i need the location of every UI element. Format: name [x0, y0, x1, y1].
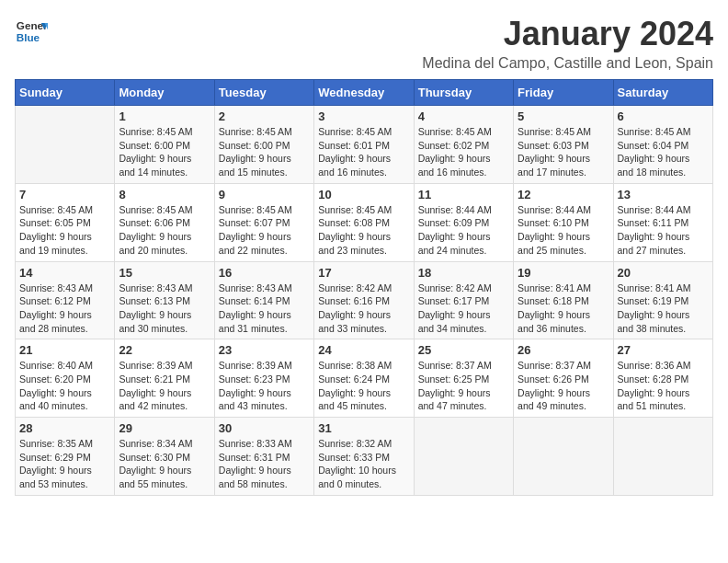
day-info: Sunrise: 8:42 AMSunset: 6:16 PMDaylight:… — [318, 282, 409, 336]
day-number: 28 — [19, 421, 110, 435]
calendar-cell: 20Sunrise: 8:41 AMSunset: 6:19 PMDayligh… — [613, 261, 712, 339]
calendar-cell: 28Sunrise: 8:35 AMSunset: 6:29 PMDayligh… — [16, 418, 115, 496]
day-info: Sunrise: 8:36 AMSunset: 6:28 PMDaylight:… — [618, 359, 709, 413]
calendar-cell: 31Sunrise: 8:32 AMSunset: 6:33 PMDayligh… — [314, 418, 414, 496]
day-info: Sunrise: 8:45 AMSunset: 6:05 PMDaylight:… — [19, 203, 110, 258]
day-info: Sunrise: 8:45 AMSunset: 6:00 PMDaylight:… — [219, 125, 310, 179]
day-info: Sunrise: 8:37 AMSunset: 6:25 PMDaylight:… — [418, 359, 509, 413]
day-info: Sunrise: 8:45 AMSunset: 6:07 PMDaylight:… — [219, 203, 310, 258]
day-number: 26 — [518, 343, 609, 357]
calendar-cell — [514, 418, 613, 496]
calendar-cell: 6Sunrise: 8:45 AMSunset: 6:04 PMDaylight… — [613, 106, 712, 184]
day-info: Sunrise: 8:43 AMSunset: 6:13 PMDaylight:… — [119, 282, 210, 336]
day-info: Sunrise: 8:45 AMSunset: 6:00 PMDaylight:… — [119, 125, 210, 179]
calendar-cell: 15Sunrise: 8:43 AMSunset: 6:13 PMDayligh… — [115, 261, 214, 339]
day-number: 24 — [318, 343, 409, 357]
day-info: Sunrise: 8:41 AMSunset: 6:18 PMDaylight:… — [518, 282, 609, 336]
header-day-thursday: Thursday — [414, 80, 513, 106]
logo-icon: General Blue — [15, 15, 48, 48]
day-number: 4 — [418, 109, 509, 123]
day-number: 18 — [418, 266, 509, 280]
calendar-cell: 9Sunrise: 8:45 AMSunset: 6:07 PMDaylight… — [214, 183, 313, 261]
day-number: 6 — [618, 109, 709, 123]
day-info: Sunrise: 8:45 AMSunset: 6:04 PMDaylight:… — [618, 125, 709, 179]
calendar-cell: 24Sunrise: 8:38 AMSunset: 6:24 PMDayligh… — [314, 339, 414, 418]
header-day-wednesday: Wednesday — [314, 80, 414, 106]
day-number: 11 — [418, 188, 509, 201]
day-number: 21 — [19, 343, 110, 357]
day-number: 17 — [318, 266, 409, 280]
calendar-cell: 26Sunrise: 8:37 AMSunset: 6:26 PMDayligh… — [514, 339, 613, 418]
calendar-cell: 7Sunrise: 8:45 AMSunset: 6:05 PMDaylight… — [16, 183, 115, 261]
month-title: January 2024 — [422, 15, 713, 53]
calendar-header: SundayMondayTuesdayWednesdayThursdayFrid… — [16, 80, 713, 106]
day-number: 9 — [219, 188, 310, 201]
calendar-cell: 1Sunrise: 8:45 AMSunset: 6:00 PMDaylight… — [115, 106, 214, 184]
day-info: Sunrise: 8:45 AMSunset: 6:02 PMDaylight:… — [418, 125, 509, 179]
calendar-cell: 16Sunrise: 8:43 AMSunset: 6:14 PMDayligh… — [214, 261, 313, 339]
header-day-sunday: Sunday — [16, 80, 115, 106]
day-number: 13 — [618, 188, 709, 201]
day-info: Sunrise: 8:32 AMSunset: 6:33 PMDaylight:… — [318, 437, 409, 491]
day-info: Sunrise: 8:35 AMSunset: 6:29 PMDaylight:… — [19, 437, 110, 491]
page-header: General Blue January 2024 Medina del Cam… — [15, 15, 713, 72]
calendar-cell: 12Sunrise: 8:44 AMSunset: 6:10 PMDayligh… — [514, 183, 613, 261]
day-info: Sunrise: 8:45 AMSunset: 6:01 PMDaylight:… — [318, 125, 409, 179]
calendar-cell: 23Sunrise: 8:39 AMSunset: 6:23 PMDayligh… — [214, 339, 313, 418]
day-number: 8 — [119, 188, 210, 201]
calendar-cell — [16, 106, 115, 184]
calendar-week-3: 14Sunrise: 8:43 AMSunset: 6:12 PMDayligh… — [16, 261, 713, 339]
day-info: Sunrise: 8:43 AMSunset: 6:14 PMDaylight:… — [219, 282, 310, 336]
calendar-cell: 10Sunrise: 8:45 AMSunset: 6:08 PMDayligh… — [314, 183, 414, 261]
calendar-cell: 17Sunrise: 8:42 AMSunset: 6:16 PMDayligh… — [314, 261, 414, 339]
day-number: 25 — [418, 343, 509, 357]
day-info: Sunrise: 8:39 AMSunset: 6:23 PMDaylight:… — [219, 359, 310, 413]
calendar-cell: 22Sunrise: 8:39 AMSunset: 6:21 PMDayligh… — [115, 339, 214, 418]
day-info: Sunrise: 8:44 AMSunset: 6:11 PMDaylight:… — [618, 203, 709, 258]
calendar-cell: 14Sunrise: 8:43 AMSunset: 6:12 PMDayligh… — [16, 261, 115, 339]
calendar-cell: 8Sunrise: 8:45 AMSunset: 6:06 PMDaylight… — [115, 183, 214, 261]
day-info: Sunrise: 8:45 AMSunset: 6:08 PMDaylight:… — [318, 203, 409, 258]
calendar-cell: 30Sunrise: 8:33 AMSunset: 6:31 PMDayligh… — [214, 418, 313, 496]
day-info: Sunrise: 8:34 AMSunset: 6:30 PMDaylight:… — [119, 437, 210, 491]
logo: General Blue — [15, 15, 48, 48]
calendar-cell: 4Sunrise: 8:45 AMSunset: 6:02 PMDaylight… — [414, 106, 513, 184]
calendar-week-5: 28Sunrise: 8:35 AMSunset: 6:29 PMDayligh… — [16, 418, 713, 496]
day-info: Sunrise: 8:40 AMSunset: 6:20 PMDaylight:… — [19, 359, 110, 413]
day-number: 16 — [219, 266, 310, 280]
day-number: 31 — [318, 421, 409, 435]
day-number: 15 — [119, 266, 210, 280]
calendar-week-4: 21Sunrise: 8:40 AMSunset: 6:20 PMDayligh… — [16, 339, 713, 418]
day-number: 12 — [518, 188, 609, 201]
day-info: Sunrise: 8:44 AMSunset: 6:10 PMDaylight:… — [518, 203, 609, 258]
header-day-tuesday: Tuesday — [214, 80, 313, 106]
day-number: 10 — [318, 188, 409, 201]
day-number: 27 — [618, 343, 709, 357]
header-row: SundayMondayTuesdayWednesdayThursdayFrid… — [16, 80, 713, 106]
day-number: 5 — [518, 109, 609, 123]
day-info: Sunrise: 8:44 AMSunset: 6:09 PMDaylight:… — [418, 203, 509, 258]
calendar-body: 1Sunrise: 8:45 AMSunset: 6:00 PMDaylight… — [16, 106, 713, 496]
calendar-cell: 19Sunrise: 8:41 AMSunset: 6:18 PMDayligh… — [514, 261, 613, 339]
header-day-friday: Friday — [514, 80, 613, 106]
calendar-cell: 27Sunrise: 8:36 AMSunset: 6:28 PMDayligh… — [613, 339, 712, 418]
day-number: 30 — [219, 421, 310, 435]
calendar-week-2: 7Sunrise: 8:45 AMSunset: 6:05 PMDaylight… — [16, 183, 713, 261]
calendar-cell: 18Sunrise: 8:42 AMSunset: 6:17 PMDayligh… — [414, 261, 513, 339]
day-number: 14 — [19, 266, 110, 280]
day-number: 20 — [618, 266, 709, 280]
day-number: 23 — [219, 343, 310, 357]
svg-text:Blue: Blue — [17, 31, 40, 43]
header-day-monday: Monday — [115, 80, 214, 106]
day-info: Sunrise: 8:43 AMSunset: 6:12 PMDaylight:… — [19, 282, 110, 336]
calendar-cell: 21Sunrise: 8:40 AMSunset: 6:20 PMDayligh… — [16, 339, 115, 418]
day-info: Sunrise: 8:45 AMSunset: 6:03 PMDaylight:… — [518, 125, 609, 179]
location-subtitle: Medina del Campo, Castille and Leon, Spa… — [422, 55, 713, 72]
day-number: 3 — [318, 109, 409, 123]
calendar-table: SundayMondayTuesdayWednesdayThursdayFrid… — [15, 79, 713, 496]
day-info: Sunrise: 8:45 AMSunset: 6:06 PMDaylight:… — [119, 203, 210, 258]
day-info: Sunrise: 8:42 AMSunset: 6:17 PMDaylight:… — [418, 282, 509, 336]
calendar-cell: 13Sunrise: 8:44 AMSunset: 6:11 PMDayligh… — [613, 183, 712, 261]
calendar-cell: 5Sunrise: 8:45 AMSunset: 6:03 PMDaylight… — [514, 106, 613, 184]
day-number: 19 — [518, 266, 609, 280]
